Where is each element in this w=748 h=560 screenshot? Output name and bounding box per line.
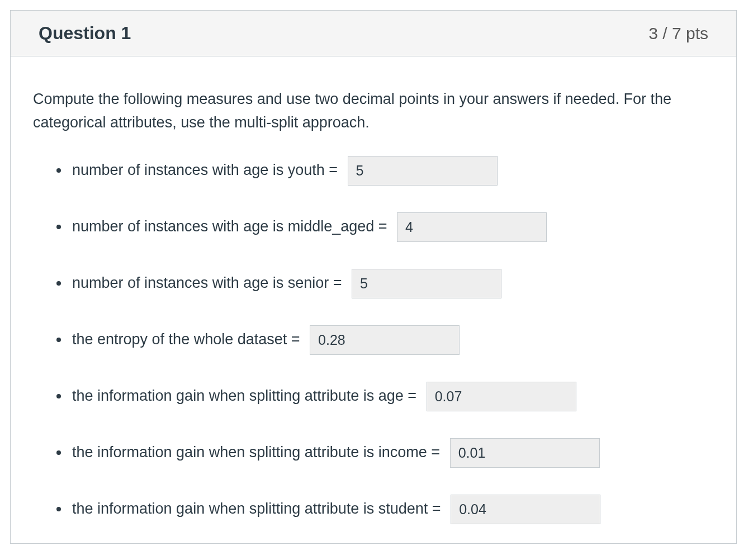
list-item: the information gain when splitting attr… <box>56 438 714 468</box>
list-item: the information gain when splitting attr… <box>56 495 714 524</box>
answer-input-ig-student[interactable] <box>451 495 600 524</box>
question-points: 3 / 7 pts <box>648 24 708 43</box>
answer-input-entropy[interactable] <box>310 325 460 355</box>
question-title: Question 1 <box>39 23 131 44</box>
answer-input-senior[interactable] <box>352 269 501 298</box>
item-label: the information gain when splitting attr… <box>72 441 444 464</box>
list-item: number of instances with age is youth = <box>56 156 714 186</box>
bullet-icon <box>56 338 61 342</box>
bullet-icon <box>56 450 61 455</box>
item-label: the entropy of the whole dataset = <box>72 328 304 352</box>
item-label: number of instances with age is youth = <box>72 159 342 182</box>
bullet-icon <box>56 507 61 511</box>
list-item: the entropy of the whole dataset = <box>56 325 714 355</box>
bullet-icon <box>56 394 61 398</box>
list-item: number of instances with age is senior = <box>56 269 714 298</box>
bullet-icon <box>56 225 61 229</box>
question-instructions: Compute the following measures and use t… <box>33 88 714 135</box>
bullet-icon <box>56 281 61 286</box>
bullet-icon <box>56 168 61 173</box>
item-label: the information gain when splitting attr… <box>72 385 421 408</box>
question-items-list: number of instances with age is youth = … <box>33 156 714 524</box>
answer-input-ig-age[interactable] <box>427 382 576 411</box>
question-body: Compute the following measures and use t… <box>11 56 736 543</box>
answer-input-ig-income[interactable] <box>450 438 600 468</box>
answer-input-middle-aged[interactable] <box>397 212 547 242</box>
item-label: number of instances with age is senior = <box>72 272 346 295</box>
answer-input-youth[interactable] <box>348 156 498 186</box>
item-label: number of instances with age is middle_a… <box>72 215 391 239</box>
question-header: Question 1 3 / 7 pts <box>11 11 736 56</box>
question-card: Question 1 3 / 7 pts Compute the followi… <box>10 10 737 544</box>
list-item: number of instances with age is middle_a… <box>56 212 714 242</box>
item-label: the information gain when splitting attr… <box>72 497 445 521</box>
list-item: the information gain when splitting attr… <box>56 382 714 411</box>
